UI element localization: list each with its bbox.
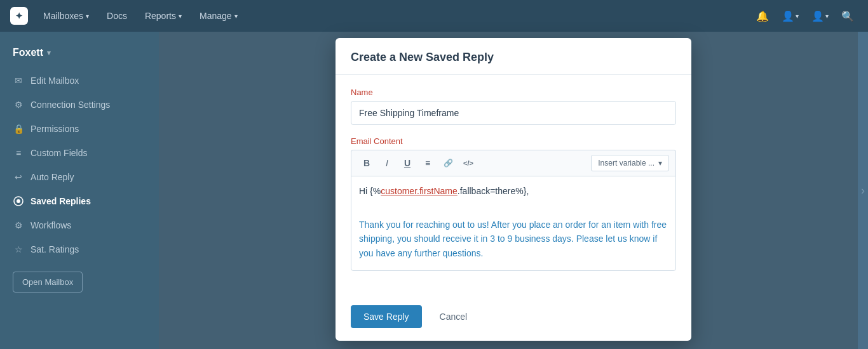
layout: Foxett ▾ ✉ Edit Mailbox ⚙ Connection Set… [0, 32, 868, 349]
avatar-icon: 👤 [811, 10, 824, 22]
modal-body: Name Email Content B I U ≡ 🔗 </ [336, 75, 691, 295]
main-content: Create a New Saved Reply Name Email Cont… [159, 32, 868, 349]
sidebar-item-edit-mailbox[interactable]: ✉ Edit Mailbox [0, 69, 159, 93]
workflow-icon: ⚙ [13, 220, 24, 231]
sidebar-item-saved-replies[interactable]: Saved Replies [0, 189, 159, 213]
editor-content-area[interactable]: Hi {%customer.firstName.fallback=there%}… [351, 176, 676, 271]
scrollbar-area: › [858, 32, 868, 349]
sidebar-item-connection-settings[interactable]: ⚙ Connection Settings [0, 93, 159, 117]
chevron-down-icon[interactable]: › [861, 184, 865, 197]
create-saved-reply-modal: Create a New Saved Reply Name Email Cont… [336, 38, 691, 341]
reply-icon: ↩ [13, 171, 24, 183]
gear-icon: ⚙ [13, 99, 24, 110]
nav-docs[interactable]: Docs [99, 7, 135, 25]
editor-toolbar: B I U ≡ 🔗 </> Insert variable ... ▾ [351, 150, 676, 176]
star-icon: ☆ [13, 244, 24, 255]
nav-reports[interactable]: Reports ▾ [137, 7, 189, 25]
nav-right: 🔔 👤 ▾ 👤 ▾ 🔍 [752, 6, 858, 26]
content-label: Email Content [351, 136, 676, 146]
sidebar: Foxett ▾ ✉ Edit Mailbox ⚙ Connection Set… [0, 32, 159, 349]
search-icon-button[interactable]: 🔍 [837, 6, 858, 26]
modal-footer: Save Reply Cancel [336, 295, 691, 341]
nav-manage[interactable]: Manage ▾ [192, 7, 245, 25]
nav-mailboxes[interactable]: Mailboxes ▾ [36, 7, 97, 25]
svg-point-1 [17, 199, 20, 203]
link-button[interactable]: 🔗 [439, 154, 457, 172]
modal-header: Create a New Saved Reply [336, 38, 691, 75]
chevron-down-icon: ▾ [47, 49, 51, 57]
save-reply-button[interactable]: Save Reply [351, 305, 422, 328]
editor-line3: Thank you for reaching out to us! After … [359, 218, 668, 260]
name-form-group: Name [351, 88, 676, 125]
bold-button[interactable]: B [358, 154, 376, 172]
chevron-down-icon: ▾ [179, 13, 182, 20]
editor-line2 [359, 203, 668, 217]
chevron-down-icon: ▾ [234, 13, 238, 20]
sidebar-item-sat-ratings[interactable]: ☆ Sat. Ratings [0, 237, 159, 261]
variable-customer-firstname: customer.firstName [381, 186, 458, 196]
sidebar-item-custom-fields[interactable]: ≡ Custom Fields [0, 141, 159, 165]
code-button[interactable]: </> [459, 154, 477, 172]
fields-icon: ≡ [13, 147, 24, 159]
cancel-button[interactable]: Cancel [430, 305, 478, 328]
sidebar-item-auto-reply[interactable]: ↩ Auto Reply [0, 165, 159, 189]
content-form-group: Email Content B I U ≡ 🔗 </> Insert varia… [351, 136, 676, 271]
name-label: Name [351, 88, 676, 97]
chevron-down-icon: ▾ [658, 159, 662, 168]
modal-title: Create a New Saved Reply [351, 51, 676, 64]
chevron-down-icon: ▾ [796, 13, 799, 20]
sidebar-item-permissions[interactable]: 🔒 Permissions [0, 117, 159, 141]
sidebar-title[interactable]: Foxett ▾ [0, 42, 159, 69]
app-logo[interactable]: ✦ [10, 7, 28, 25]
underline-button[interactable]: U [398, 154, 416, 172]
insert-variable-button[interactable]: Insert variable ... ▾ [591, 155, 669, 171]
editor-line1: Hi {%customer.firstName.fallback=there%}… [359, 184, 668, 198]
nav-items: Mailboxes ▾ Docs Reports ▾ Manage ▾ [36, 7, 752, 25]
name-input[interactable] [351, 101, 676, 125]
modal-overlay: Create a New Saved Reply Name Email Cont… [159, 32, 868, 349]
avatar-icon-button[interactable]: 👤 ▾ [808, 6, 832, 26]
italic-button[interactable]: I [378, 154, 396, 172]
lock-icon: 🔒 [13, 123, 24, 135]
top-nav: ✦ Mailboxes ▾ Docs Reports ▾ Manage ▾ 🔔 … [0, 0, 868, 32]
sidebar-item-workflows[interactable]: ⚙ Workflows [0, 213, 159, 237]
list-button[interactable]: ≡ [419, 154, 437, 172]
user-circle-icon-button[interactable]: 👤 ▾ [778, 6, 803, 26]
chat-icon [13, 195, 24, 207]
logo-symbol: ✦ [15, 11, 23, 21]
open-mailbox-button[interactable]: Open Mailbox [13, 272, 83, 293]
bell-icon-button[interactable]: 🔔 [752, 6, 773, 26]
user-circle-icon: 👤 [782, 10, 794, 22]
chevron-down-icon: ▾ [825, 13, 829, 20]
chevron-down-icon: ▾ [86, 13, 89, 20]
mail-icon: ✉ [13, 75, 24, 86]
